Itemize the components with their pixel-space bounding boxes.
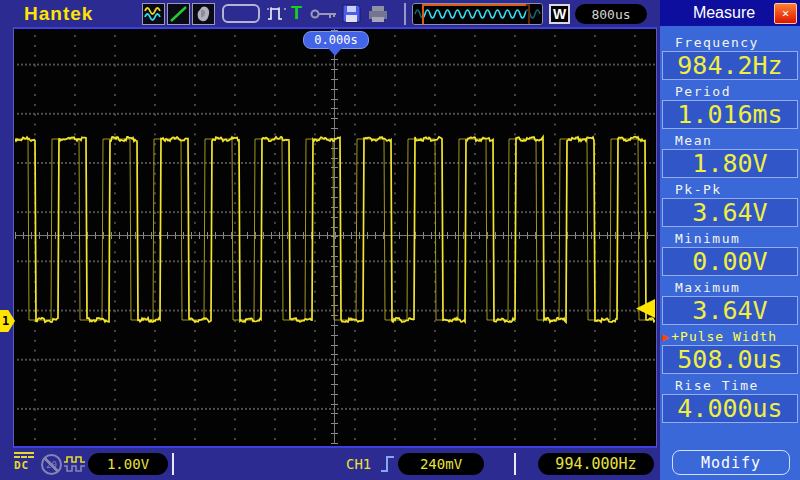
- preview-zoom-window[interactable]: [422, 4, 530, 25]
- trigger-frequency-readout: 994.000Hz: [538, 453, 654, 475]
- measure-item-pkpk: Pk-Pk 3.64V: [660, 182, 800, 227]
- measure-value: 1.016ms: [662, 100, 798, 129]
- close-icon[interactable]: ✕: [774, 3, 797, 24]
- scope-screen-frame: 0.000s: [13, 27, 657, 448]
- preview-dim-left: [413, 4, 422, 25]
- measure-label-text: +Pulse Width: [671, 329, 777, 344]
- measure-panel-header: Measure ✕: [660, 0, 800, 26]
- measure-value: 4.000us: [662, 394, 798, 423]
- measure-label: Frequency: [660, 35, 800, 50]
- timebase-readout: 800us: [575, 4, 647, 24]
- w-window-button[interactable]: W: [549, 4, 570, 24]
- print-icon[interactable]: [367, 5, 389, 23]
- measure-value: 508.0us: [662, 345, 798, 374]
- statusbar-separator: [172, 453, 174, 475]
- measure-label: Period: [660, 84, 800, 99]
- measure-item-frequency: Frequency 984.2Hz: [660, 35, 800, 80]
- preview-dim-right: [526, 4, 543, 25]
- hantek-logo: Hantek: [24, 3, 93, 25]
- blank-slot: [222, 4, 260, 23]
- rising-edge-icon: [380, 454, 396, 478]
- bandwidth-limit-icon[interactable]: 20: [41, 454, 62, 475]
- measure-label: Mean: [660, 133, 800, 148]
- measure-value: 3.64V: [662, 296, 798, 325]
- measure-item-mean: Mean 1.80V: [660, 133, 800, 178]
- measure-items: Frequency 984.2Hz Period 1.016ms Mean 1.…: [660, 26, 800, 425]
- measure-item-period: Period 1.016ms: [660, 84, 800, 129]
- scope-display: 0.000s: [15, 29, 655, 444]
- volts-per-div-readout: 1.00V: [88, 453, 168, 475]
- hand-icon[interactable]: [192, 3, 215, 25]
- panel-title: Measure: [660, 4, 774, 22]
- trigger-source-label: CH1: [346, 456, 371, 472]
- trigger-level-readout: 240mV: [398, 453, 484, 475]
- statusbar-separator: [514, 453, 516, 475]
- waveform-preview[interactable]: [412, 3, 543, 25]
- trigger-T-icon[interactable]: T: [291, 3, 302, 24]
- measure-value: 0.00V: [662, 247, 798, 276]
- measure-item-rise-time: Rise Time 4.000us: [660, 378, 800, 423]
- draw-line-icon[interactable]: [167, 3, 190, 25]
- measure-value: 984.2Hz: [662, 51, 798, 80]
- measure-item-pulse-width[interactable]: ▶+Pulse Width 508.0us: [660, 329, 800, 374]
- measure-label: Maximum: [660, 280, 800, 295]
- pulse-icon[interactable]: [266, 5, 288, 22]
- measure-label-selected: ▶+Pulse Width: [660, 329, 800, 344]
- toolbar-separator: [404, 3, 406, 25]
- bottom-status-bar: DC 20 1.00V CH1 240mV 994.000Hz: [0, 447, 660, 480]
- channel-waves-icon[interactable]: [142, 3, 165, 25]
- coupling-dc-icon[interactable]: DC: [14, 452, 36, 472]
- save-icon[interactable]: [342, 4, 361, 23]
- measure-value: 1.80V: [662, 149, 798, 178]
- measure-label: Minimum: [660, 231, 800, 246]
- key-icon[interactable]: [310, 8, 338, 20]
- square-waves-icon[interactable]: [63, 455, 87, 478]
- trace-ch1-ghost: [15, 139, 655, 320]
- measure-value: 3.64V: [662, 198, 798, 227]
- measure-label: Pk-Pk: [660, 182, 800, 197]
- dc-solid-line: [14, 452, 34, 454]
- measure-label: Rise Time: [660, 378, 800, 393]
- modify-button[interactable]: Modify: [672, 450, 790, 475]
- dc-dashed-line: [14, 456, 34, 458]
- top-toolbar: Hantek T: [0, 0, 660, 28]
- measure-item-maximum: Maximum 3.64V: [660, 280, 800, 325]
- measure-panel: Measure ✕ Frequency 984.2Hz Period 1.016…: [660, 0, 800, 480]
- selected-arrow-icon: ▶: [662, 330, 670, 344]
- coupling-label: DC: [14, 459, 36, 472]
- measure-item-minimum: Minimum 0.00V: [660, 231, 800, 276]
- trigger-position-tag[interactable]: 0.000s: [303, 31, 369, 49]
